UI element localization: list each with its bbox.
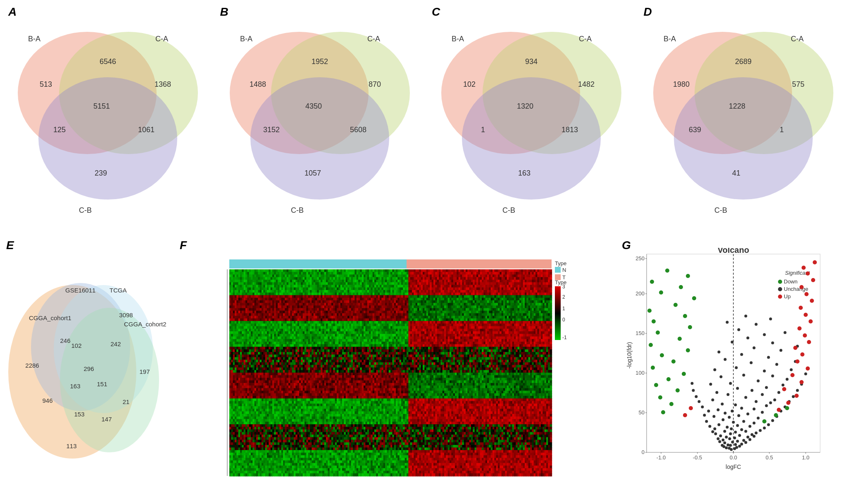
- svg-point-171: [688, 325, 692, 329]
- svg-point-111: [711, 399, 714, 402]
- svg-point-164: [651, 366, 655, 370]
- svg-point-187: [795, 394, 799, 398]
- svg-point-73: [736, 424, 739, 427]
- svg-point-165: [671, 359, 676, 364]
- svg-point-163: [682, 372, 686, 376]
- cb-label-c: C-B: [502, 206, 515, 214]
- svg-point-150: [763, 333, 766, 336]
- svg-point-96: [703, 414, 706, 417]
- svg-point-162: [666, 377, 671, 381]
- y-tick-0: 0: [642, 449, 645, 455]
- svg-point-104: [755, 400, 758, 403]
- svg-point-161: [654, 383, 658, 387]
- svg-point-140: [767, 356, 770, 359]
- num-b-6: 5608: [350, 126, 366, 134]
- cb-label-d: C-B: [714, 206, 727, 214]
- svg-point-137: [750, 361, 753, 364]
- svg-point-182: [762, 419, 766, 423]
- svg-point-170: [656, 330, 660, 335]
- venn-d-svg: B-A C-A C-B 1980 2689 575 1228 639 1 41: [646, 10, 836, 225]
- svg-point-117: [765, 386, 768, 389]
- svg-point-126: [709, 383, 712, 386]
- e-num-163: 163: [70, 383, 80, 390]
- legend-up-label: Up: [784, 293, 791, 300]
- venn-a-svg: B-A C-A C-B 513 6546 1368 5151 125 1061 …: [11, 10, 201, 225]
- svg-point-86: [705, 420, 708, 423]
- svg-point-103: [734, 404, 737, 407]
- panel-d: D B-A C-A C-B 1980 2689 575 1228 639 1 4…: [635, 2, 847, 233]
- svg-point-131: [763, 370, 766, 373]
- svg-point-97: [765, 404, 768, 407]
- svg-point-94: [753, 408, 756, 411]
- svg-point-186: [786, 401, 790, 405]
- svg-point-168: [649, 343, 653, 347]
- svg-point-153: [755, 323, 758, 326]
- svg-point-145: [718, 351, 721, 354]
- svg-point-166: [660, 353, 664, 357]
- svg-point-56: [738, 434, 741, 437]
- svg-point-209: [689, 406, 693, 410]
- svg-point-67: [740, 428, 743, 431]
- num-c-4: 1320: [517, 102, 533, 110]
- panel-d-label: D: [644, 5, 652, 19]
- e-num-153: 153: [74, 411, 84, 418]
- panel-a: A B-A C-A C-B 513 6546 1368 5151 125 106…: [0, 2, 212, 233]
- svg-point-175: [673, 303, 678, 307]
- e-gse-label: GSE16011: [65, 287, 95, 294]
- svg-point-169: [678, 337, 682, 341]
- svg-point-199: [804, 313, 808, 317]
- e-num-113: 113: [66, 442, 76, 449]
- svg-point-198: [809, 319, 813, 323]
- num-c-6: 1813: [561, 126, 578, 134]
- ca-label-b: C-A: [367, 35, 380, 43]
- e-cgga2-label: CGGA_cohort2: [124, 321, 167, 328]
- svg-point-191: [806, 366, 810, 371]
- svg-point-167: [686, 348, 690, 352]
- svg-point-33: [728, 447, 731, 450]
- svg-point-80: [771, 419, 774, 422]
- y-axis-label: -log10(fdr): [626, 342, 633, 369]
- svg-point-99: [740, 407, 743, 410]
- svg-point-121: [695, 395, 698, 398]
- svg-point-59: [729, 433, 732, 435]
- y-tick-150: 150: [635, 330, 645, 336]
- svg-point-179: [650, 280, 654, 284]
- svg-point-108: [792, 395, 795, 398]
- e-num-151: 151: [97, 380, 107, 388]
- ba-label-a: B-A: [28, 35, 40, 43]
- svg-point-181: [665, 269, 669, 273]
- svg-point-208: [683, 413, 687, 417]
- heatmap-canvas: [205, 248, 585, 479]
- svg-point-154: [726, 321, 729, 324]
- svg-point-201: [810, 299, 814, 303]
- svg-point-202: [804, 292, 809, 296]
- num-a-6: 1061: [138, 126, 155, 134]
- svg-point-116: [751, 389, 754, 392]
- svg-point-156: [745, 315, 747, 318]
- svg-point-74: [767, 423, 770, 426]
- svg-point-66: [723, 430, 726, 433]
- panel-b: B B-A C-A C-B 1488 1952 870 4350 3152 56…: [212, 2, 424, 233]
- svg-point-83: [757, 417, 760, 420]
- svg-point-192: [795, 359, 799, 364]
- e-num-946: 946: [42, 397, 52, 404]
- svg-point-100: [769, 402, 772, 404]
- svg-point-115: [796, 389, 799, 392]
- svg-point-53: [722, 439, 725, 442]
- svg-point-35: [725, 447, 728, 449]
- ca-label-c: C-A: [579, 35, 592, 43]
- svg-point-43: [745, 441, 747, 444]
- e-num-21: 21: [123, 398, 130, 405]
- venn-b-svg: B-A C-A C-B 1488 1952 870 4350 3152 5608…: [223, 10, 413, 225]
- e-num-102: 102: [71, 342, 81, 349]
- svg-point-110: [761, 393, 764, 396]
- x-axis-label: logFC: [726, 464, 741, 470]
- svg-point-113: [778, 391, 780, 394]
- svg-point-51: [733, 437, 736, 440]
- y-tick-100: 100: [635, 370, 645, 376]
- panel-e-label: E: [6, 239, 14, 252]
- x-tick-05: 0.5: [766, 454, 773, 461]
- svg-point-176: [692, 296, 696, 300]
- svg-point-194: [793, 346, 797, 350]
- num-a-2: 6546: [100, 57, 116, 66]
